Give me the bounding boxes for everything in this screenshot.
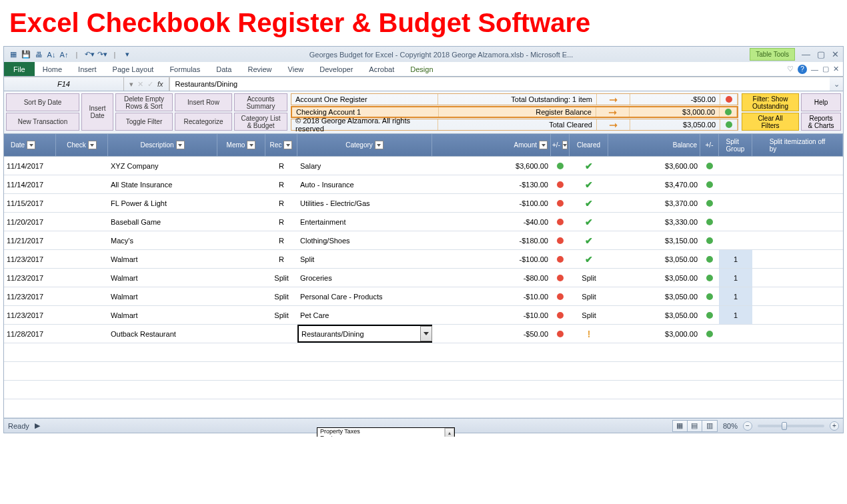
cell-memo[interactable] — [217, 306, 265, 324]
zoom-slider[interactable] — [758, 425, 824, 427]
cell-amount[interactable]: -$40.00 — [432, 213, 551, 231]
help-button[interactable]: Help — [801, 93, 841, 111]
cell-memo[interactable] — [217, 231, 265, 249]
cell-cleared[interactable]: ! — [570, 325, 608, 343]
cell-check[interactable] — [56, 175, 108, 193]
cell-amount[interactable]: -$130.00 — [432, 175, 551, 193]
cell-split-by[interactable] — [752, 157, 843, 175]
filter-desc-icon[interactable] — [176, 141, 185, 149]
page-break-view-icon[interactable]: ▥ — [702, 421, 717, 431]
sort-by-date-button[interactable]: Sort By Date — [6, 93, 79, 111]
cell-description[interactable]: All State Insurance — [108, 175, 217, 193]
cell-category[interactable]: Utilities - Electric/Gas — [297, 194, 432, 212]
cell-cleared[interactable]: ✔ — [570, 157, 608, 175]
ribbon-close-icon[interactable]: ✕ — [833, 65, 839, 73]
cell-cleared[interactable]: ✔ — [570, 250, 608, 268]
cell-cleared[interactable]: ✔ — [570, 213, 608, 231]
cell-split-group[interactable]: 1 — [719, 287, 752, 305]
cell-date[interactable]: 11/20/2017 — [4, 213, 56, 231]
confirm-formula-icon[interactable]: ✓ — [147, 80, 153, 89]
formula-bar-expand[interactable]: ⌄ — [830, 80, 843, 89]
cell-cleared[interactable]: Split — [570, 287, 608, 305]
cell-split-group[interactable] — [719, 194, 752, 212]
cell-rec[interactable]: Split — [265, 306, 297, 324]
print-icon[interactable]: 🖶 — [33, 49, 44, 60]
ribbon-tab-acrobat[interactable]: Acrobat — [361, 63, 402, 75]
filter-memo-icon[interactable] — [247, 141, 255, 149]
cell-date[interactable]: 11/14/2017 — [4, 175, 56, 193]
delete-empty-button[interactable]: Delete Empty Rows & Sort — [115, 93, 173, 111]
table-row[interactable]: 11/23/2017WalmartSplitPet Care-$10.00Spl… — [4, 306, 843, 325]
cell-cleared[interactable]: ✔ — [570, 194, 608, 212]
cell-memo[interactable] — [217, 325, 265, 343]
cell-rec[interactable]: R — [265, 213, 297, 231]
scroll-up-icon[interactable]: ▴ — [445, 428, 454, 437]
cell-split-by[interactable] — [752, 213, 843, 231]
cell-split-by[interactable] — [752, 287, 843, 305]
cell-split-by[interactable] — [752, 175, 843, 193]
cell-amount[interactable]: -$50.00 — [432, 325, 551, 343]
ribbon-tab-view[interactable]: View — [280, 63, 312, 75]
reports-button[interactable]: Reports & Charts — [801, 113, 841, 131]
help-icon[interactable]: ? — [798, 65, 807, 74]
macro-record-icon[interactable]: ▶ — [35, 421, 40, 430]
cell-cleared[interactable]: ✔ — [570, 231, 608, 249]
cell-check[interactable] — [56, 287, 108, 305]
ribbon-tab-data[interactable]: Data — [208, 63, 239, 75]
filter-pm1-icon[interactable] — [562, 141, 568, 149]
cell-check[interactable] — [56, 194, 108, 212]
cell-cleared[interactable]: ✔ — [570, 175, 608, 193]
cell-memo[interactable] — [217, 269, 265, 287]
table-row-empty[interactable] — [4, 362, 843, 381]
cell-memo[interactable] — [217, 157, 265, 175]
ribbon-tab-home[interactable]: Home — [35, 63, 70, 75]
ribbon-tab-formulas[interactable]: Formulas — [161, 63, 208, 75]
cell-date[interactable]: 11/23/2017 — [4, 250, 56, 268]
cell-memo[interactable] — [217, 175, 265, 193]
cell-amount[interactable]: -$180.00 — [432, 231, 551, 249]
cell-rec[interactable]: Split — [265, 269, 297, 287]
cell-amount[interactable]: $3,600.00 — [432, 157, 551, 175]
cell-rec[interactable]: R — [265, 175, 297, 193]
cell-split-group[interactable]: 1 — [719, 269, 752, 287]
fx-icon[interactable]: fx — [157, 80, 163, 88]
cell-split-group[interactable] — [719, 157, 752, 175]
cell-description[interactable]: Baseball Game — [108, 213, 217, 231]
ribbon-minimize-icon[interactable]: ― — [811, 65, 818, 73]
cell-description[interactable]: Walmart — [108, 269, 217, 287]
cell-split-group[interactable] — [719, 213, 752, 231]
cell-description[interactable]: Macy's — [108, 231, 217, 249]
cell-category[interactable]: Entertainment — [297, 213, 432, 231]
ribbon-tab-developer[interactable]: Developer — [311, 63, 361, 75]
category-list-button[interactable]: Category List & Budget — [234, 113, 287, 131]
filter-show-outstanding-button[interactable]: Filter: Show Outstanding — [742, 93, 799, 111]
table-row[interactable]: 11/23/2017WalmartSplitGroceries-$80.00Sp… — [4, 269, 843, 287]
cell-rec[interactable]: Split — [265, 287, 297, 305]
cell-memo[interactable] — [217, 213, 265, 231]
new-transaction-button[interactable]: New Transaction — [6, 113, 79, 131]
filter-check-icon[interactable] — [88, 141, 97, 149]
table-row-empty[interactable] — [4, 381, 843, 399]
cell-check[interactable] — [56, 269, 108, 287]
table-row[interactable]: 11/23/2017WalmartRSplit-$100.00✔$3,050.0… — [4, 250, 843, 269]
table-row[interactable]: 11/20/2017Baseball GameREntertainment-$4… — [4, 213, 843, 231]
excel-icon[interactable]: ▦ — [8, 49, 19, 60]
cell-rec[interactable]: R — [265, 231, 297, 249]
table-row-empty[interactable] — [4, 343, 843, 362]
zoom-out-button[interactable]: − — [743, 421, 752, 431]
cell-check[interactable] — [56, 231, 108, 249]
cell-check[interactable] — [56, 325, 108, 343]
cell-description[interactable]: Walmart — [108, 287, 217, 305]
formula-input[interactable]: Restaurants/Dining — [169, 77, 830, 91]
accounts-summary-button[interactable]: Accounts Summary — [234, 93, 287, 111]
cell-check[interactable] — [56, 306, 108, 324]
name-box[interactable]: F14 — [4, 77, 124, 91]
dropdown-item[interactable]: Rent — [317, 435, 454, 437]
ribbon-heart-icon[interactable]: ♡ — [787, 65, 794, 73]
close-button[interactable]: ✕ — [832, 49, 839, 59]
filter-cat-icon[interactable] — [375, 141, 383, 149]
design-tab[interactable]: Design — [402, 63, 441, 75]
sort-asc-icon[interactable]: A↓ — [46, 49, 57, 60]
category-dropdown[interactable]: Property TaxesRentRestaurants/DiningShip… — [317, 427, 455, 437]
cell-amount[interactable]: -$10.00 — [432, 287, 551, 305]
